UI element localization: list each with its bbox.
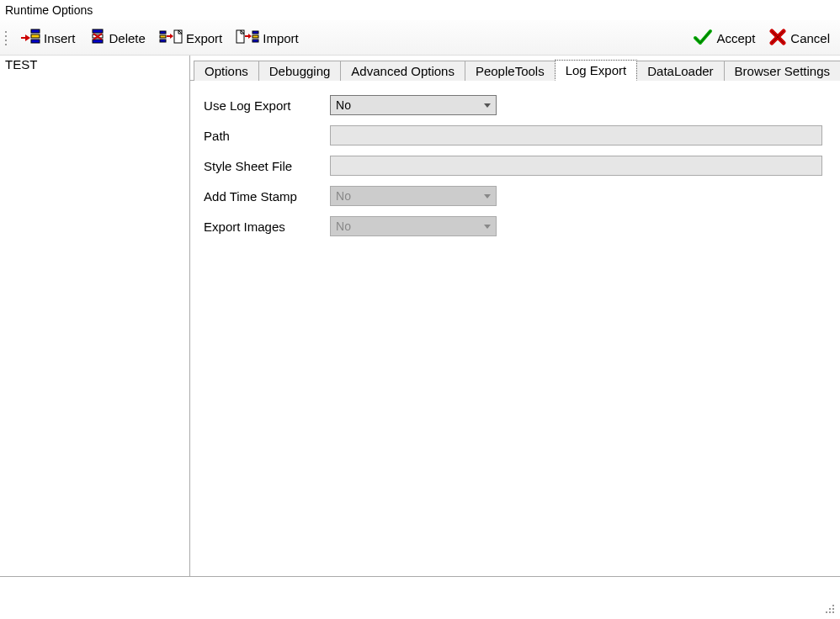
svg-rect-10 [160,31,166,34]
svg-rect-19 [253,31,258,34]
svg-rect-4 [31,40,40,43]
export-images-label: Export Images [204,220,330,234]
chevron-down-icon [484,194,491,198]
tab-log-export[interactable]: Log Export [555,60,638,81]
insert-icon [20,29,40,48]
insert-button[interactable]: Insert [15,27,81,50]
tab-advanced-options[interactable]: Advanced Options [340,61,465,81]
window-title: Runtime Options [0,0,840,20]
sidebar-item-test[interactable]: TEST [0,56,189,73]
svg-marker-14 [170,34,173,39]
export-images-select: No [330,216,497,236]
delete-button[interactable]: Delete [84,27,151,50]
content-area: Options Debugging Advanced Options Peopl… [190,56,840,576]
use-log-export-label: Use Log Export [204,98,330,113]
use-log-export-select[interactable]: No [330,95,497,115]
chevron-down-icon [484,225,491,229]
svg-rect-21 [253,40,258,42]
delete-icon [89,29,106,48]
use-log-export-value: No [336,98,351,112]
resize-grip-icon[interactable] [823,602,837,616]
path-label: Path [204,129,330,143]
sidebar: TEST [0,56,190,576]
delete-label: Delete [109,31,146,45]
style-sheet-file-input[interactable] [330,156,822,176]
add-time-stamp-select: No [330,186,497,206]
checkmark-icon [693,29,713,48]
tab-options[interactable]: Options [194,61,259,81]
tab-browser-settings[interactable]: Browser Settings [724,61,840,81]
status-bar [0,577,840,619]
svg-rect-5 [93,29,103,33]
accept-button[interactable]: Accept [688,27,760,50]
chevron-down-icon [484,103,491,108]
import-icon [236,29,259,48]
tab-panel-log-export: Use Log Export No Path Style Sheet File … [190,80,840,251]
import-button[interactable]: Import [231,27,304,50]
svg-rect-2 [31,29,40,33]
export-images-value: No [336,220,351,233]
svg-marker-1 [25,34,30,41]
svg-rect-11 [160,35,166,38]
tab-strip: Options Debugging Advanced Options Peopl… [190,56,840,81]
svg-rect-12 [160,40,166,42]
toolbar-grip-icon [3,31,10,45]
svg-rect-3 [31,34,40,38]
export-button[interactable]: Export [154,27,227,50]
import-label: Import [263,31,299,45]
cancel-label: Cancel [790,31,830,45]
tab-debugging[interactable]: Debugging [258,61,342,81]
path-input[interactable] [330,125,822,145]
export-label: Export [186,31,222,45]
insert-label: Insert [44,31,76,45]
add-time-stamp-value: No [336,189,351,203]
tab-dataloader[interactable]: DataLoader [636,61,724,81]
svg-rect-20 [253,35,258,38]
accept-label: Accept [716,31,755,45]
export-icon [159,29,183,48]
style-sheet-file-label: Style Sheet File [204,159,330,173]
tab-peopletools[interactable]: PeopleTools [465,61,556,81]
x-icon [768,29,787,48]
add-time-stamp-label: Add Time Stamp [204,189,330,204]
cancel-button[interactable]: Cancel [763,27,835,50]
toolbar: Insert Delete [0,20,840,56]
svg-marker-18 [248,34,252,39]
